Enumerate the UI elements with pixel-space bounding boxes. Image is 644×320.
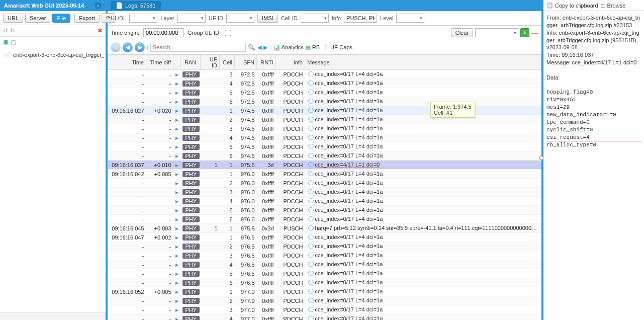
direction-icon: ▸ [175,225,178,232]
table-row[interactable]: --▸PHY4972.50xffffPDCCHⓘcce_index=0/17 L… [108,79,541,88]
table-row[interactable]: --▸PHY3976.50xffffPDCCHⓘcce_index=0/17 L… [108,251,541,260]
logs-tab[interactable]: 📄 Logs: 57581 [111,1,161,10]
ran-badge: PHY [182,253,200,259]
copy-clipboard-button[interactable]: 📋Copy to clipboard [546,2,598,9]
col-header[interactable]: RNTI [257,55,276,70]
data-line: csi_request=4 [546,134,641,142]
rb-button[interactable]: ▦RB [306,44,320,51]
file-tree[interactable]: 📄 enb-export-3-enb-6cc-ap-cqi_trigger_ar… [0,48,106,312]
tree-item-log[interactable]: 📄 enb-export-3-enb-6cc-ap-cqi_trigger_ar… [2,50,104,59]
table-row[interactable]: --▸PHY2976.50xffffPDCCHⓘcce_index=0/17 L… [108,242,541,251]
nav-first-button[interactable]: ⟲ [111,42,121,52]
preset-combo[interactable]: ▾ [475,28,518,37]
ran-badge: PHY [182,316,200,321]
table-row[interactable]: --▸PHY4977.00xffffPDCCHⓘcce_index=0/17 L… [108,314,541,321]
help-icon: ❔ [322,44,329,51]
collapse-sidebar-button[interactable]: ‹ [95,2,102,9]
direction-icon: ▸ [175,198,178,205]
back-icon[interactable]: ↺ [3,27,8,34]
table-row[interactable]: --▸PHY3974.50xffffPDCCHⓘcce_index=0/17 L… [108,124,541,133]
document-icon: 📄 [4,51,11,58]
table-row[interactable]: --▸PHY5976.00xffffPDCCHⓘcce_index=0/17 L… [108,206,541,215]
nav-forward-button[interactable]: ▶ [135,42,145,52]
details-content: From: enb-export-3-enb-6cc-ap-cqi_trigge… [543,11,644,320]
col-header[interactable]: RAN [180,55,201,70]
add-filter-button[interactable]: + [520,28,529,37]
table-row[interactable]: 09:16:16.047+0.002▸PHY1976.50xffffPDCCHⓘ… [108,233,541,242]
vertical-scroll-thumb[interactable] [539,156,543,160]
col-header[interactable] [173,55,180,70]
table-row[interactable]: 09:16:16.052+0.005▸PHY1977.00xffffPDCCHⓘ… [108,287,541,296]
direction-icon: ▸ [175,125,178,132]
layer-combo[interactable]: ▾ [177,14,206,23]
search-next-icon[interactable]: ▶ [263,44,267,51]
table-row[interactable]: --▸PHY4976.00xffffPDCCHⓘcce_index=0/17 L… [108,197,541,206]
table-row[interactable]: --▸PHY4974.50xffffPDCCHⓘcce_index=0/17 L… [108,133,541,142]
delete-icon[interactable]: ✖ [98,27,103,34]
table-row[interactable]: 09:16:16.027+0.020▸PHY1974.50xffffPDCCHⓘ… [108,106,541,115]
left-sidebar: Amarisoft Web GUI 2023-09-14 ‹ URL Serve… [0,0,108,320]
info-combo[interactable]: PUSCH, PI▾ [344,14,377,23]
app-title: Amarisoft Web GUI 2023-09-14 [4,3,84,9]
detail-data-block: hopping_flag=0riv=0x451mcs1=29new_data_i… [546,89,641,149]
message-text: cce_index=0/17 L=4 dci=1a [315,243,383,249]
table-row[interactable]: --▸PHY4976.50xffffPDCCHⓘcce_index=0/17 L… [108,260,541,269]
remove-filter-button[interactable]: — [531,29,538,37]
nav-back-button[interactable]: ◀ [123,42,133,52]
analytics-button[interactable]: 📊Analytics [273,44,304,51]
table-row[interactable]: --▸PHY5974.50xffffPDCCHⓘcce_index=0/17 L… [108,142,541,151]
uecaps-button[interactable]: ❔UE Caps [322,44,352,51]
table-row[interactable]: --▸PHY3976.00xffffPDCCHⓘcce_index=0/17 L… [108,188,541,197]
ueid-combo[interactable]: ▾ [226,14,254,23]
message-text: cce_index=0/17 L=4 dci=1a [315,306,383,312]
left-horizontal-scrollbar[interactable] [0,312,106,320]
table-row[interactable]: 09:16:16.042+0.005▸PHY1976.00xffffPDCCHⓘ… [108,170,541,179]
data-line: new_data_indicator1=0 [546,111,641,119]
col-header[interactable]: Time [108,55,146,70]
table-row[interactable]: --▸PHY6976.50xffffPDCCHⓘcce_index=0/17 L… [108,278,541,287]
log-grid[interactable]: TimeTime diffRANUE IDCellSFNRNTIInfoMess… [108,55,541,320]
uldl-combo[interactable]: ▾ [129,14,157,23]
table-row[interactable]: 09:16:16.037+0.010▸PHY11975.53dPDCCHⓘcce… [108,161,541,170]
direction-icon: ▸ [175,252,178,259]
table-row[interactable]: --▸PHY3972.50xffffPDCCHⓘcce_index=0/17 L… [108,70,541,79]
time-origin-input[interactable] [143,28,183,37]
col-header[interactable]: Time diff [146,55,173,70]
server-button[interactable]: Server [25,14,50,23]
table-row[interactable]: --▸PHY2976.00xffffPDCCHⓘcce_index=0/17 L… [108,179,541,188]
expand-all-icon[interactable]: ▢ [11,39,16,46]
col-header[interactable]: Message [305,55,541,70]
direction-icon: ▸ [175,216,178,223]
cellid-combo[interactable]: ▾ [301,14,329,23]
info-icon: ⓘ [308,297,314,303]
message-text: cce_index=0/17 L=4 dci=1a [315,198,383,204]
info-icon: ⓘ [308,189,314,195]
table-row[interactable]: --▸PHY5972.50xffffPDCCHⓘcce_index=0/17 L… [108,88,541,97]
ran-badge: PHY [182,280,200,286]
clear-button[interactable]: Clear [451,28,473,37]
table-row[interactable]: --▸PHY6972.50xffffPDCCHⓘcce_index=0/17 L… [108,97,541,106]
col-header[interactable]: Info [276,55,305,70]
col-header[interactable]: Cell [220,55,235,70]
imsi-button[interactable]: IMSI [257,14,278,23]
search-input[interactable] [150,43,246,52]
level-combo[interactable]: ▾ [396,14,424,23]
forward-icon[interactable]: ↻ [10,27,15,34]
url-button[interactable]: URL [3,14,23,23]
table-row[interactable]: --▸PHY6976.00xffffPDCCHⓘcce_index=0/17 L… [108,215,541,224]
table-row[interactable]: --▸PHY2977.00xffffPDCCHⓘcce_index=0/17 L… [108,296,541,305]
col-header[interactable]: SFN [235,55,257,70]
group-ueid-checkbox[interactable] [225,30,231,36]
table-row[interactable]: 09:16:16.045+0.003▸PHY11975.90x3dPUSCHⓘh… [108,224,541,233]
table-row[interactable]: --▸PHY6974.50xffffPDCCHⓘcce_index=0/17 L… [108,151,541,161]
export-button[interactable]: Export [74,14,100,23]
search-prev-icon[interactable]: ◀ [257,44,261,51]
collapse-all-icon[interactable]: ▣ [3,39,9,46]
browse-button[interactable]: 🗀Browse [600,2,626,9]
col-header[interactable]: UE ID [201,55,220,70]
table-row[interactable]: --▸PHY2974.50xffffPDCCHⓘcce_index=0/17 L… [108,115,541,124]
table-row[interactable]: --▸PHY5976.50xffffPDCCHⓘcce_index=0/17 L… [108,269,541,278]
binoculars-icon[interactable]: 🔍 [248,44,255,51]
file-button[interactable]: File [52,14,70,23]
table-row[interactable]: --▸PHY3977.00xffffPDCCHⓘcce_index=0/17 L… [108,305,541,314]
